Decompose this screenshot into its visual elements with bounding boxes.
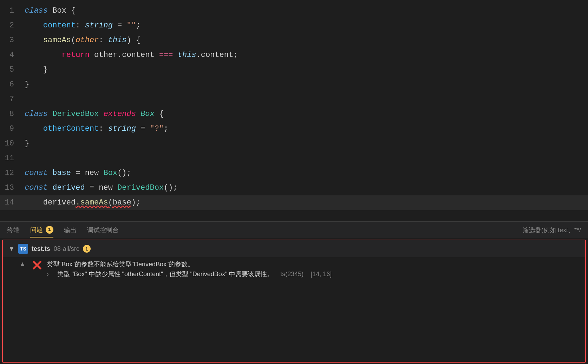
error-main-text: 类型"Box"的参数不能赋给类型"DerivedBox"的参数。 [47, 260, 580, 268]
line-content: class DerivedBox extends Box { [25, 107, 588, 122]
line-number: 11 [0, 151, 25, 166]
code-line-12: 12const base = new Box(); [0, 166, 588, 181]
line-number: 13 [0, 181, 25, 195]
error-detail-row: › 类型 "Box" 中缺少属性 "otherContent"，但类型 "Der… [47, 270, 580, 278]
tab-debug-console[interactable]: 调试控制台 [87, 223, 119, 237]
line-content: } [25, 136, 588, 151]
problems-panel: ▼ TS test.ts 08-all/src 1 ▲ ❌ 类型"Box"的参数… [2, 240, 586, 363]
line-content: } [25, 77, 588, 92]
code-line-7: 7 [0, 92, 588, 107]
error-detail-text: 类型 "Box" 中缺少属性 "otherContent"，但类型 "Deriv… [57, 270, 273, 278]
code-line-6: 6} [0, 77, 588, 92]
code-line-1: 1class Box { [0, 4, 588, 18]
line-content: } [25, 63, 588, 77]
line-number: 8 [0, 107, 25, 122]
code-line-5: 5 } [0, 63, 588, 77]
tab-label: 调试控制台 [87, 226, 119, 234]
panel-bottom: 终端 问题1 输出 调试控制台 筛选器(例如 text、**/ ▼ TS tes… [0, 221, 588, 364]
ts-icon: TS [18, 244, 28, 254]
line-content: otherContent: string = "?"; [25, 122, 588, 136]
line-number: 3 [0, 33, 25, 48]
code-line-4: 4 return other.content === this.content; [0, 48, 588, 63]
line-content: derived.sameAs(base); [25, 195, 588, 210]
line-content: const derived = new DerivedBox(); [25, 181, 588, 195]
code-line-14: 14 derived.sameAs(base); [0, 195, 588, 210]
line-number: 10 [0, 136, 25, 151]
line-number: 2 [0, 18, 25, 33]
code-line-2: 2 content: string = ""; [0, 18, 588, 33]
line-number: 7 [0, 92, 25, 107]
code-line-10: 10} [0, 136, 588, 151]
expand-detail-icon[interactable]: › [47, 271, 49, 278]
tab-badge: 1 [46, 226, 53, 234]
line-number: 6 [0, 77, 25, 92]
tab-label: 终端 [7, 226, 20, 234]
tab-label: 问题 [30, 226, 43, 234]
file-name: test.ts [32, 245, 50, 253]
code-line-11: 11 [0, 151, 588, 166]
filter-input: 筛选器(例如 text、**/ [522, 226, 581, 234]
error-location: [14, 16] [311, 271, 332, 278]
line-number: 9 [0, 122, 25, 136]
code-line-13: 13const derived = new DerivedBox(); [0, 181, 588, 195]
line-content: content: string = ""; [25, 18, 588, 33]
line-content: class Box { [25, 4, 588, 18]
code-line-3: 3 sameAs(other: this) { [0, 33, 588, 48]
line-number: 12 [0, 166, 25, 181]
line-number: 1 [0, 4, 25, 18]
line-content: const base = new Box(); [25, 166, 588, 181]
error-item: ▲ ❌ 类型"Box"的参数不能赋给类型"DerivedBox"的参数。 › 类… [3, 257, 585, 281]
code-line-8: 8class DerivedBox extends Box { [0, 107, 588, 122]
line-content: sameAs(other: this) { [25, 33, 588, 48]
editor-container: 1class Box {2 content: string = "";3 sam… [0, 0, 588, 221]
file-error-badge: 1 [83, 245, 91, 253]
line-number: 14 [0, 195, 25, 210]
error-code: ts(2345) [280, 271, 303, 278]
line-number: 5 [0, 63, 25, 77]
tab-output[interactable]: 输出 [64, 223, 77, 237]
line-content: return other.content === this.content; [25, 48, 588, 63]
code-line-9: 9 otherContent: string = "?"; [0, 122, 588, 136]
error-messages: 类型"Box"的参数不能赋给类型"DerivedBox"的参数。 › 类型 "B… [47, 260, 580, 278]
file-path: 08-all/src [54, 245, 79, 253]
collapse-icon[interactable]: ▼ [8, 245, 15, 253]
tab-label: 输出 [64, 226, 77, 234]
tab-problems[interactable]: 问题1 [30, 223, 53, 238]
tab-terminal[interactable]: 终端 [7, 223, 20, 237]
panel-tabs-bar: 终端 问题1 输出 调试控制台 筛选器(例如 text、**/ [0, 221, 588, 238]
error-circle-icon: ❌ [32, 261, 42, 270]
expand-icon[interactable]: ▲ [19, 260, 26, 268]
file-header[interactable]: ▼ TS test.ts 08-all/src 1 [3, 240, 585, 257]
line-number: 4 [0, 48, 25, 63]
